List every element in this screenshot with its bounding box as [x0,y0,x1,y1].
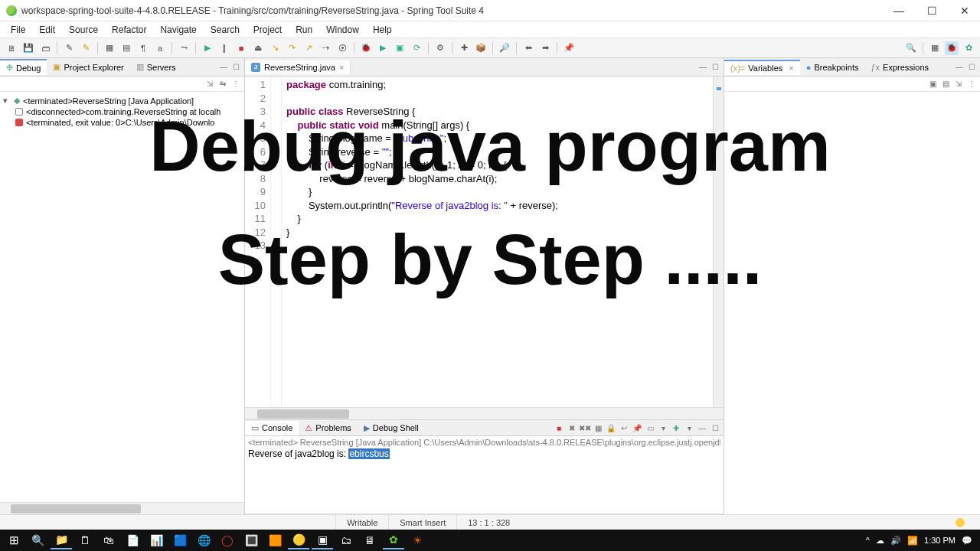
wand-icon[interactable]: ✎ [62,41,76,55]
minimize-button[interactable]: — [889,3,909,18]
link-editor-icon[interactable]: ⇆ [217,78,228,89]
tree-child-disconnected[interactable]: <disconnected>com.training.ReverseString… [3,106,241,117]
remove-all-icon[interactable]: ✖✖ [580,422,590,433]
app-icon-3[interactable]: 📄 [122,531,143,549]
run-icon[interactable]: ▶ [376,41,390,55]
variables-view[interactable] [724,92,980,514]
taskbar-clock[interactable]: 1:30 PM [924,536,956,545]
menu-help[interactable]: Help [367,23,398,37]
maximize-view-icon[interactable]: ☐ [966,62,977,73]
fold-gutter[interactable] [271,77,282,407]
tab-console[interactable]: ▭ Console [245,421,299,435]
tab-project-explorer[interactable]: ▣ Project Explorer [47,60,129,74]
menu-edit[interactable]: Edit [33,23,61,37]
back-icon[interactable]: ⬅ [521,41,535,55]
show-whitespace2-icon[interactable]: a [153,41,167,55]
new-java-class-icon[interactable]: ✚ [457,41,471,55]
word-wrap-icon[interactable]: ↩ [619,422,629,433]
close-tab-icon[interactable]: × [339,63,344,72]
minimize-view-icon[interactable]: — [954,62,965,73]
debug-icon[interactable]: 🐞 [359,41,373,55]
menu-navigate[interactable]: Navigate [154,23,202,37]
collapse-all-icon[interactable]: ⇲ [953,78,964,89]
suspend-icon[interactable]: ‖ [217,41,231,55]
toggle-mark-icon[interactable]: ▦ [103,41,116,55]
left-hscrollbar[interactable] [0,502,244,514]
new-package-icon[interactable]: 📦 [474,41,488,55]
use-step-filters-icon[interactable]: ⦿ [335,41,349,55]
save-icon[interactable]: 💾 [21,41,35,55]
open-console-icon[interactable]: ▾ [658,422,668,433]
maximize-button[interactable]: ☐ [923,3,942,18]
spring-icon[interactable]: ✿ [383,531,404,549]
app-icon-5[interactable]: 🟦 [169,531,191,549]
menu-project[interactable]: Project [247,23,288,37]
tab-variables[interactable]: (x)= Variables × [724,60,800,75]
opera-icon[interactable]: ◯ [217,531,238,549]
relaunch-icon[interactable]: ⟳ [410,41,423,55]
console-output[interactable]: <terminated> ReverseString [Java Applica… [245,436,724,514]
pin-editor-icon[interactable]: 📌 [562,41,576,55]
step-into-icon[interactable]: ↘ [268,41,282,55]
menu-refactor[interactable]: Refactor [106,23,152,37]
tab-servers[interactable]: ▥ Servers [130,60,182,74]
save-all-icon[interactable]: 🗃 [38,41,52,55]
menu-source[interactable]: Source [63,23,104,37]
tab-debug[interactable]: ❉ Debug [0,59,47,75]
view-menu-icon[interactable]: ⋮ [230,78,241,89]
clear-console-icon[interactable]: ▦ [593,422,603,433]
app-icon-9[interactable]: 🖥 [359,531,381,549]
code-editor[interactable]: 12345678910111213 package com.training; … [245,77,724,407]
collapse-all-icon[interactable]: ⇲ [204,78,215,89]
open-type-icon[interactable]: 🔎 [498,41,511,55]
remove-launch-icon[interactable]: ✖ [567,422,577,433]
close-tab-icon[interactable]: × [789,64,793,73]
app-icon-7[interactable]: 🟧 [264,531,286,549]
tab-debug-shell[interactable]: ▶ Debug Shell [358,421,425,435]
tab-breakpoints[interactable]: ● Breakpoints [800,60,865,74]
block-select-icon[interactable]: ▤ [119,41,133,55]
show-whitespace-icon[interactable]: ¶ [136,41,150,55]
chrome-icon[interactable]: 🟡 [288,531,309,549]
notifications-icon[interactable]: 💬 [962,536,972,546]
app-icon-6[interactable]: 🔳 [240,531,262,549]
app-icon-10[interactable]: ☀ [407,531,428,549]
close-button[interactable]: ✕ [956,3,974,18]
minimize-view-icon[interactable]: — [218,62,229,73]
wand2-icon[interactable]: ✎ [79,41,93,55]
minimize-editor-icon[interactable]: — [697,62,708,73]
maximize-view-icon[interactable]: ☐ [230,62,241,73]
maximize-editor-icon[interactable]: ☐ [710,62,720,73]
open-perspective-icon[interactable]: ▦ [928,41,942,55]
maximize-console-icon[interactable]: ☐ [710,422,720,433]
app-icon-8[interactable]: 🗂 [335,531,357,549]
scroll-thumb[interactable] [11,504,141,514]
java-perspective-icon[interactable]: ✿ [962,41,975,55]
system-tray[interactable]: ^ ☁ 🔊 📶 1:30 PM 💬 [861,536,977,546]
minimize-console-icon[interactable]: — [697,422,707,433]
menu-window[interactable]: Window [320,23,365,37]
overview-ruler[interactable] [713,77,724,407]
console-menu-icon[interactable]: ▾ [684,422,694,433]
skip-breakpoints-icon[interactable]: ⤳ [177,41,191,55]
app-icon-4[interactable]: 📊 [145,531,167,549]
menu-file[interactable]: File [5,23,31,37]
debug-tree[interactable]: ▾ ◆ <terminated>ReverseString [Java Appl… [0,92,244,502]
drop-frame-icon[interactable]: ⇢ [318,41,332,55]
editor-tab-reversestring[interactable]: J ReverseString.java × [245,60,351,74]
display-selected-icon[interactable]: ▭ [645,422,655,433]
search-taskbar-icon[interactable]: 🔍 [27,531,48,549]
scroll-thumb[interactable] [257,409,349,419]
new-console-icon[interactable]: ✚ [671,422,681,433]
new-server-icon[interactable]: ⚙ [433,41,447,55]
view-menu-icon[interactable]: ⋮ [966,78,977,89]
disconnect-icon[interactable]: ⏏ [251,41,265,55]
forward-icon[interactable]: ➡ [538,41,552,55]
file-explorer-icon[interactable]: 📁 [51,531,72,549]
pin-console-icon[interactable]: 📌 [632,422,642,433]
app-icon-2[interactable]: 🛍 [98,531,119,549]
new-icon[interactable]: 🗎 [5,41,18,55]
coverage-icon[interactable]: ▣ [393,41,407,55]
tree-root[interactable]: ▾ ◆ <terminated>ReverseString [Java Appl… [3,95,241,106]
edge-icon[interactable]: 🌐 [193,531,214,549]
